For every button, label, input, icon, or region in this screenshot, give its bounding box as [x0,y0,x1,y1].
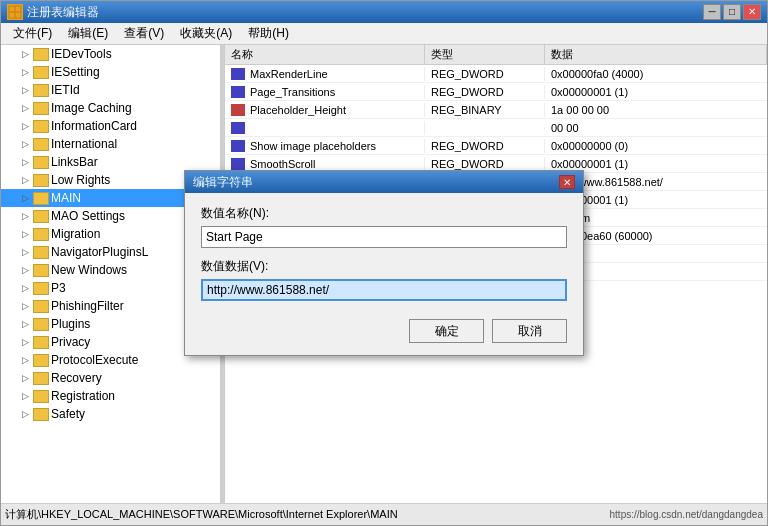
name-label: 数值名称(N): [201,205,567,222]
dialog-title-text: 编辑字符串 [193,174,253,191]
data-label: 数值数据(V): [201,258,567,275]
dialog-overlay: 编辑字符串 ✕ 数值名称(N): 数值数据(V): 确定 取消 [1,1,767,525]
cancel-button[interactable]: 取消 [492,319,567,343]
dialog-title-bar: 编辑字符串 ✕ [185,171,583,193]
data-input[interactable] [201,279,567,301]
main-window: 注册表编辑器 ─ □ ✕ 文件(F) 编辑(E) 查看(V) 收藏夹(A) 帮助… [0,0,768,526]
dialog-body: 数值名称(N): 数值数据(V): 确定 取消 [185,193,583,355]
dialog-close-button[interactable]: ✕ [559,175,575,189]
ok-button[interactable]: 确定 [409,319,484,343]
name-input[interactable] [201,226,567,248]
dialog-buttons: 确定 取消 [201,319,567,343]
edit-string-dialog: 编辑字符串 ✕ 数值名称(N): 数值数据(V): 确定 取消 [184,170,584,356]
